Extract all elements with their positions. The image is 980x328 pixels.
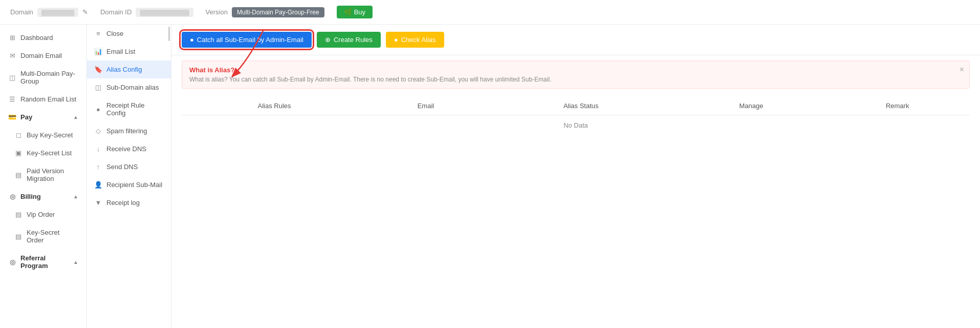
sub-item-label-email-list: Email List: [106, 48, 135, 55]
billing-arrow-icon: ▲: [73, 194, 78, 199]
col-manage: Manage: [678, 97, 825, 115]
nav-item-paid-version-migration[interactable]: ▤ Paid Version Migration: [0, 162, 86, 188]
catch-all-sub-email-button[interactable]: ● Catch all Sub-Email by Admin-Email: [182, 32, 312, 48]
nav-label-billing: Billing: [20, 193, 41, 200]
domain-id-value: ▓▓▓▓▓▓▓▓▓▓▓▓: [136, 8, 193, 17]
nav-label-key-secret-list: Key-Secret List: [27, 149, 72, 157]
paid-version-icon: ▤: [14, 171, 23, 179]
left-nav: ⊞ Dashboard ✉ Domain Email ◫ Multi-Domai…: [0, 25, 87, 328]
col-remark: Remark: [825, 97, 970, 115]
alias-table: Alias Rules Email Alias Status Manage Re…: [182, 97, 970, 135]
content-area: ● Catch all Sub-Email by Admin-Email ⊕ C…: [171, 25, 980, 328]
check-label: Check Alias: [401, 36, 436, 44]
domain-id-section: Domain ID ▓▓▓▓▓▓▓▓▓▓▓▓: [100, 8, 193, 17]
sub-sidebar: ≡ Close 📊 Email List 🔖 Alias Config ◫ Su…: [87, 25, 171, 328]
version-badge: Multi-Domain Pay-Group-Free: [232, 7, 324, 17]
key-secret-list-icon: ▣: [14, 149, 23, 157]
sub-item-spam-filtering[interactable]: ◇ Spam filtering: [87, 122, 171, 140]
domain-value: ▓▓▓▓▓▓▓▓: [37, 8, 78, 17]
receipt-log-icon: ▼: [94, 199, 102, 207]
pay-icon: 💳: [8, 113, 16, 121]
check-icon: ●: [394, 36, 398, 44]
domain-section: Domain ▓▓▓▓▓▓▓▓ ✎: [10, 8, 88, 17]
sub-item-label-close: Close: [106, 30, 123, 37]
nav-item-pay[interactable]: 💳 Pay ▲: [0, 108, 86, 126]
nav-label-domain-email: Domain Email: [20, 52, 62, 59]
sub-item-label-receive-dns: Receive DNS: [106, 145, 146, 153]
receive-dns-icon: ↓: [94, 145, 102, 153]
main-layout: ⊞ Dashboard ✉ Domain Email ◫ Multi-Domai…: [0, 25, 980, 328]
col-alias-status: Alias Status: [485, 97, 678, 115]
sub-item-send-dns[interactable]: ↑ Send DNS: [87, 158, 171, 176]
col-email: Email: [367, 97, 485, 115]
create-label: Create Rules: [334, 36, 373, 44]
sub-item-receipt-log[interactable]: ▼ Receipt log: [87, 194, 171, 212]
catch-icon: ●: [190, 36, 194, 44]
sub-item-label-alias-config: Alias Config: [106, 66, 142, 73]
nav-item-vip-order[interactable]: ▤ Vip Order: [0, 206, 86, 223]
create-icon: ⊕: [325, 36, 331, 44]
buy-button[interactable]: 🌿 Buy: [337, 6, 373, 18]
nav-item-dashboard[interactable]: ⊞ Dashboard: [0, 29, 86, 47]
version-section: Version Multi-Domain Pay-Group-Free: [206, 7, 324, 17]
no-data-cell: No Data: [182, 115, 970, 136]
sub-item-label-recipient: Recipient Sub-Mail: [106, 181, 162, 189]
nav-item-random-email[interactable]: ☰ Random Email List: [0, 90, 86, 108]
nav-label-referral-program: Referral Program: [20, 254, 69, 270]
sub-item-sub-domain-alias[interactable]: ◫ Sub-Domain alias: [87, 78, 171, 96]
sub-item-alias-config[interactable]: 🔖 Alias Config: [87, 60, 171, 78]
nav-label-multi-domain: Multi-Domain Pay-Group: [20, 70, 78, 85]
sub-item-label-send-dns: Send DNS: [106, 163, 138, 171]
domain-edit-icon[interactable]: ✎: [82, 8, 88, 16]
buy-label: Buy: [354, 8, 365, 16]
sub-item-receive-dns[interactable]: ↓ Receive DNS: [87, 140, 171, 158]
dashboard-icon: ⊞: [8, 34, 16, 42]
nav-item-billing[interactable]: ◎ Billing ▲: [0, 188, 86, 206]
referral-icon: ◎: [8, 258, 16, 266]
nav-item-domain-email[interactable]: ✉ Domain Email: [0, 47, 86, 65]
table-header: Alias Rules Email Alias Status Manage Re…: [182, 97, 970, 115]
top-header: Domain ▓▓▓▓▓▓▓▓ ✎ Domain ID ▓▓▓▓▓▓▓▓▓▓▓▓…: [0, 0, 980, 25]
referral-arrow-icon: ▲: [73, 259, 78, 265]
table-body: No Data: [182, 115, 970, 136]
nav-item-multi-domain[interactable]: ◫ Multi-Domain Pay-Group: [0, 65, 86, 90]
pay-arrow-icon: ▲: [73, 114, 78, 120]
nav-label-random-email: Random Email List: [20, 95, 76, 103]
sub-item-email-list[interactable]: 📊 Email List: [87, 43, 171, 60]
nav-item-key-secret-order[interactable]: ▤ Key-Secret Order: [0, 223, 86, 249]
key-secret-order-icon: ▤: [14, 233, 23, 240]
check-alias-button[interactable]: ● Check Alias: [386, 32, 444, 48]
sub-item-label-sub-domain-alias: Sub-Domain alias: [106, 84, 159, 91]
sub-item-close[interactable]: ≡ Close: [87, 25, 171, 43]
info-banner-title: What is Alias?: [189, 66, 962, 74]
close-menu-icon: ≡: [94, 30, 102, 37]
create-rules-button[interactable]: ⊕ Create Rules: [317, 32, 381, 48]
sub-item-receipt-rule-config[interactable]: ● Receipt Rule Config: [87, 96, 171, 122]
nav-item-referral-program[interactable]: ◎ Referral Program ▲: [0, 249, 86, 275]
action-bar: ● Catch all Sub-Email by Admin-Email ⊕ C…: [171, 25, 980, 55]
send-dns-icon: ↑: [94, 163, 102, 171]
sub-item-recipient-sub-mail[interactable]: 👤 Recipient Sub-Mail: [87, 176, 171, 194]
catch-label: Catch all Sub-Email by Admin-Email: [197, 36, 303, 44]
domain-email-icon: ✉: [8, 52, 16, 59]
nav-label-key-secret-order: Key-Secret Order: [27, 229, 78, 244]
nav-item-buy-key-secret[interactable]: ◻ Buy Key-Secret: [0, 126, 86, 144]
random-email-icon: ☰: [8, 95, 16, 103]
scroll-indicator: [168, 27, 170, 41]
vip-order-icon: ▤: [14, 211, 23, 218]
info-banner-close-button[interactable]: ×: [960, 65, 964, 74]
version-label: Version: [206, 8, 228, 16]
no-data-row: No Data: [182, 115, 970, 136]
table-container: Alias Rules Email Alias Status Manage Re…: [171, 89, 980, 144]
recipient-sub-mail-icon: 👤: [94, 181, 102, 189]
sub-domain-alias-icon: ◫: [94, 84, 102, 91]
spam-filter-icon: ◇: [94, 127, 102, 135]
nav-label-buy-key-secret: Buy Key-Secret: [27, 131, 73, 139]
nav-item-key-secret-list[interactable]: ▣ Key-Secret List: [0, 144, 86, 162]
nav-label-dashboard: Dashboard: [20, 34, 53, 42]
nav-label-vip-order: Vip Order: [27, 211, 55, 218]
buy-icon: 🌿: [344, 8, 352, 16]
sub-item-label-receipt-rule: Receipt Rule Config: [106, 101, 164, 117]
sub-item-label-receipt-log: Receipt log: [106, 199, 140, 207]
buy-key-secret-icon: ◻: [14, 131, 23, 139]
